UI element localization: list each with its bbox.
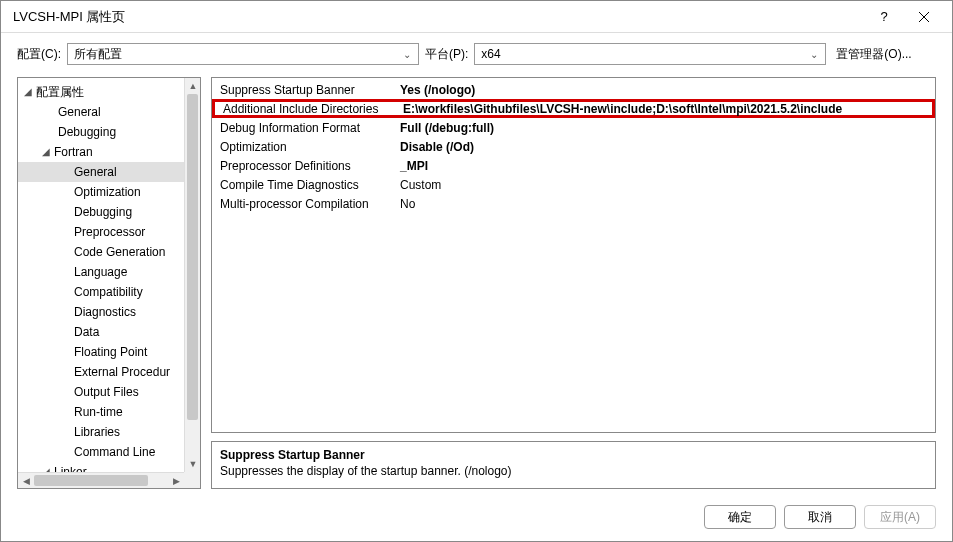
tree-node-fortran-diag[interactable]: Diagnostics: [18, 302, 200, 322]
scroll-left-icon[interactable]: ◀: [18, 473, 34, 489]
close-button[interactable]: [904, 2, 944, 32]
tree-node-fortran-codegen[interactable]: Code Generation: [18, 242, 200, 262]
window-title: LVCSH-MPI 属性页: [13, 8, 864, 26]
grid-row-compile-diag[interactable]: Compile Time Diagnostics Custom: [212, 175, 935, 194]
tree-node-root[interactable]: ◢ 配置属性: [18, 82, 200, 102]
chevron-down-icon: ⌄: [807, 49, 821, 60]
tree-node-fortran-data[interactable]: Data: [18, 322, 200, 342]
config-tree: ◢ 配置属性 General Debugging ◢ Fortran Gener…: [18, 78, 200, 486]
tree-node-fortran-preprocessor[interactable]: Preprocessor: [18, 222, 200, 242]
tree-node-fortran-cmdline[interactable]: Command Line: [18, 442, 200, 462]
tree-panel: ◢ 配置属性 General Debugging ◢ Fortran Gener…: [17, 77, 201, 489]
tree-node-general[interactable]: General: [18, 102, 200, 122]
tree-node-fortran-runtime[interactable]: Run-time: [18, 402, 200, 422]
right-column: Suppress Startup Banner Yes (/nologo) Ad…: [211, 77, 936, 489]
tree-node-fortran-float[interactable]: Floating Point: [18, 342, 200, 362]
tree-node-fortran-language[interactable]: Language: [18, 262, 200, 282]
tree-node-fortran-general[interactable]: General: [18, 162, 200, 182]
grid-row-suppress-banner[interactable]: Suppress Startup Banner Yes (/nologo): [212, 80, 935, 99]
grid-row-optimization[interactable]: Optimization Disable (/Od): [212, 137, 935, 156]
scroll-thumb[interactable]: [34, 475, 148, 486]
tree-hscrollbar[interactable]: ◀ ▶: [18, 472, 184, 488]
config-label: 配置(C):: [17, 46, 61, 63]
help-icon: ?: [880, 9, 887, 24]
platform-value: x64: [481, 47, 500, 61]
help-button[interactable]: ?: [864, 2, 904, 32]
platform-label: 平台(P):: [425, 46, 468, 63]
config-toolbar: 配置(C): 所有配置 ⌄ 平台(P): x64 ⌄ 置管理器(O)...: [1, 33, 952, 77]
dialog-footer: 确定 取消 应用(A): [1, 497, 952, 541]
tree-node-debugging[interactable]: Debugging: [18, 122, 200, 142]
property-grid: Suppress Startup Banner Yes (/nologo) Ad…: [211, 77, 936, 433]
apply-button[interactable]: 应用(A): [864, 505, 936, 529]
grid-row-include-dirs[interactable]: Additional Include Directories E:\workfi…: [212, 99, 935, 118]
config-combobox[interactable]: 所有配置 ⌄: [67, 43, 419, 65]
tree-node-fortran-libs[interactable]: Libraries: [18, 422, 200, 442]
property-page-dialog: LVCSH-MPI 属性页 ? 配置(C): 所有配置 ⌄ 平台(P): x64…: [0, 0, 953, 542]
ok-button[interactable]: 确定: [704, 505, 776, 529]
collapse-icon: ◢: [24, 82, 36, 102]
scroll-up-icon[interactable]: ▲: [185, 78, 201, 94]
tree-node-fortran-optimization[interactable]: Optimization: [18, 182, 200, 202]
scroll-down-icon[interactable]: ▼: [185, 456, 201, 472]
main-content: ◢ 配置属性 General Debugging ◢ Fortran Gener…: [1, 77, 952, 497]
config-value: 所有配置: [74, 46, 122, 63]
grid-row-preproc-defs[interactable]: Preprocessor Definitions _MPI: [212, 156, 935, 175]
description-title: Suppress Startup Banner: [220, 448, 927, 462]
tree-node-fortran[interactable]: ◢ Fortran: [18, 142, 200, 162]
collapse-icon: ◢: [42, 142, 54, 162]
config-manager-button[interactable]: 置管理器(O)...: [832, 43, 915, 65]
tree-vscrollbar[interactable]: ▲ ▼: [184, 78, 200, 472]
grid-row-multiproc[interactable]: Multi-processor Compilation No: [212, 194, 935, 213]
platform-combobox[interactable]: x64 ⌄: [474, 43, 826, 65]
tree-node-fortran-output[interactable]: Output Files: [18, 382, 200, 402]
scroll-thumb[interactable]: [187, 94, 198, 420]
tree-node-fortran-compat[interactable]: Compatibility: [18, 282, 200, 302]
description-text: Suppresses the display of the startup ba…: [220, 464, 927, 478]
scroll-right-icon[interactable]: ▶: [168, 473, 184, 489]
tree-node-fortran-extproc[interactable]: External Procedur: [18, 362, 200, 382]
grid-row-debug-format[interactable]: Debug Information Format Full (/debug:fu…: [212, 118, 935, 137]
cancel-button[interactable]: 取消: [784, 505, 856, 529]
close-icon: [918, 11, 930, 23]
chevron-down-icon: ⌄: [400, 49, 414, 60]
titlebar: LVCSH-MPI 属性页 ?: [1, 1, 952, 33]
tree-node-fortran-debugging[interactable]: Debugging: [18, 202, 200, 222]
description-panel: Suppress Startup Banner Suppresses the d…: [211, 441, 936, 489]
